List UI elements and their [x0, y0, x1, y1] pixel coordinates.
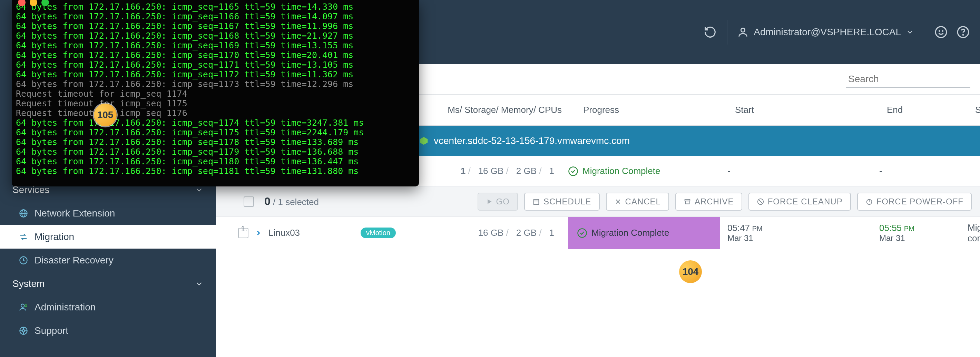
close-icon — [614, 198, 622, 206]
svg-point-32 — [578, 229, 587, 237]
user-label: Administrator@VSPHERE.LOCAL — [754, 27, 901, 38]
sidebar-item-label: Administration — [35, 302, 95, 313]
window-controls[interactable] — [18, 0, 49, 6]
vm-index: 1. — [241, 225, 247, 233]
minimize-window-icon[interactable] — [30, 0, 37, 6]
destination-name: vcenter.sddc-52-13-156-179.vmwarevmc.com — [434, 135, 630, 147]
sidebar-item-label: Migration — [35, 231, 74, 242]
sidebar-item-disaster-recovery[interactable]: Disaster Recovery — [0, 249, 216, 272]
col-status: Status — [967, 105, 980, 115]
terminal-output-b: 64 bytes from 172.17.166.250: icmp_seq=1… — [16, 118, 415, 176]
vm-progress-label: Migration Complete — [592, 228, 669, 238]
group-end: - — [872, 166, 960, 177]
svg-point-3 — [942, 31, 943, 32]
svg-rect-22 — [534, 199, 539, 204]
vm-name-cell: 1. Linux03 vMotion — [216, 228, 404, 238]
selection-bar: 0 / 1 selected GO SCHEDULE CANCEL ARCHIV… — [216, 186, 980, 217]
sidebar-item-migration[interactable]: Migration — [0, 225, 216, 249]
terminal-output-a: 64 bytes from 172.17.166.250: icmp_seq=1… — [16, 2, 415, 80]
col-start: Start — [727, 105, 879, 115]
refresh-button[interactable] — [703, 25, 718, 39]
svg-point-13 — [22, 330, 25, 332]
divider — [727, 20, 727, 45]
vm-status: Migration completed — [960, 222, 980, 244]
sidebar-item-administration[interactable]: Administration — [0, 296, 216, 319]
terminal-window[interactable]: 64 bytes from 172.17.166.250: icmp_seq=1… — [12, 0, 419, 186]
vm-start: 05:47 PM Mar 31 — [720, 223, 872, 244]
svg-point-10 — [21, 304, 24, 307]
force-cleanup-button[interactable]: FORCE CLEANUP — [748, 193, 851, 210]
svg-marker-21 — [488, 199, 492, 204]
svg-marker-19 — [420, 137, 428, 145]
chevron-down-icon — [195, 185, 204, 194]
selected-total: / 1 selected — [273, 197, 319, 207]
callout-104: 104 — [679, 260, 702, 283]
group-progress-label: Migration Complete — [582, 166, 660, 177]
svg-point-11 — [25, 304, 27, 307]
vm-figures: 16 GB / 2 GB / 1 — [404, 228, 568, 238]
svg-point-1 — [935, 27, 947, 38]
svg-point-0 — [741, 28, 745, 32]
sidebar-item-label: Network Extension — [35, 208, 115, 219]
user-menu[interactable]: Administrator@VSPHERE.LOCAL — [737, 26, 914, 38]
ban-icon — [757, 198, 764, 206]
svg-point-2 — [939, 31, 940, 32]
vm-name: Linux03 — [269, 228, 300, 238]
divider — [924, 20, 924, 45]
vm-row[interactable]: 1. Linux03 vMotion 16 GB / 2 GB / 1 Migr… — [216, 217, 980, 249]
vm-progress: Migration Complete — [568, 217, 720, 249]
vm-type-badge: vMotion — [361, 228, 396, 238]
vm-end: 05:55 PM Mar 31 — [872, 223, 960, 244]
go-button: GO — [477, 193, 518, 210]
group-progress: Migration Complete — [568, 166, 720, 177]
chevron-down-icon — [906, 28, 914, 36]
cancel-button[interactable]: CANCEL — [606, 193, 669, 210]
archive-icon — [684, 198, 691, 206]
col-progress: Progress — [576, 105, 727, 115]
chevron-right-icon[interactable] — [255, 229, 262, 237]
calendar-icon — [533, 198, 540, 206]
force-poweroff-button[interactable]: FORCE POWER-OFF — [857, 193, 972, 210]
sidebar-item-network-extension[interactable]: Network Extension — [0, 202, 216, 225]
sidebar-item-label: Disaster Recovery — [35, 255, 113, 266]
schedule-button[interactable]: SCHEDULE — [524, 193, 600, 210]
group-start: - — [720, 166, 872, 177]
power-icon — [865, 198, 873, 206]
callout-105: 105 — [94, 104, 117, 126]
select-all-checkbox[interactable] — [243, 196, 254, 207]
help-icon[interactable] — [956, 25, 970, 39]
svg-rect-27 — [685, 201, 689, 204]
svg-point-5 — [963, 35, 963, 35]
sidebar-item-label: Support — [35, 325, 68, 336]
selected-count: 0 — [264, 195, 270, 207]
close-window-icon[interactable] — [18, 0, 25, 6]
chevron-down-icon — [195, 279, 204, 288]
check-circle-icon — [568, 166, 578, 177]
archive-button[interactable]: ARCHIVE — [675, 193, 742, 210]
vcenter-icon — [418, 136, 429, 146]
svg-line-29 — [759, 199, 762, 203]
terminal-output-dim: 64 bytes from 172.17.166.250: icmp_seq=1… — [16, 80, 415, 118]
check-circle-icon — [577, 228, 587, 238]
sidebar-heading-system[interactable]: System — [0, 272, 216, 296]
group-figures: 1 / 16 GB / 2 GB / 1 — [404, 166, 568, 177]
col-end: End — [879, 105, 967, 115]
search-input[interactable] — [846, 71, 970, 88]
maximize-window-icon[interactable] — [41, 0, 49, 6]
sidebar-item-support[interactable]: Support — [0, 319, 216, 343]
svg-point-20 — [569, 167, 578, 175]
feedback-icon[interactable] — [934, 25, 948, 39]
play-icon — [486, 198, 493, 205]
